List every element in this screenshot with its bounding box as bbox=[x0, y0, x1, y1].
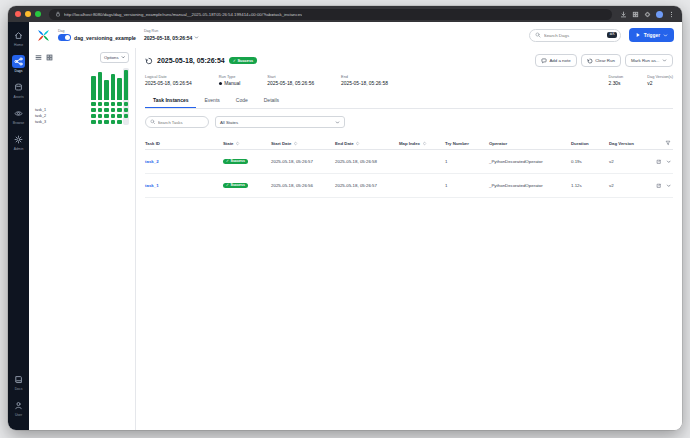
trigger-dag-button[interactable]: Trigger bbox=[629, 28, 674, 42]
apps-icon[interactable] bbox=[632, 11, 639, 18]
task-instance-square[interactable] bbox=[104, 114, 109, 119]
task-instance-square[interactable] bbox=[91, 120, 96, 125]
task-instance-square[interactable] bbox=[111, 108, 116, 113]
open-task-icon[interactable] bbox=[656, 159, 662, 165]
search-icon bbox=[535, 32, 541, 38]
clear-run-button[interactable]: Clear Run bbox=[581, 54, 621, 67]
table-row[interactable]: task_2 ✓Success 2025-05-18, 05:26:57 202… bbox=[145, 150, 673, 174]
run-column[interactable] bbox=[97, 68, 103, 125]
download-icon[interactable] bbox=[620, 11, 627, 18]
task-instance-square[interactable] bbox=[98, 120, 103, 125]
dag-run-square[interactable] bbox=[91, 102, 96, 107]
task-id-link[interactable]: task_1 bbox=[145, 183, 223, 188]
state-filter-select[interactable]: All States bbox=[215, 116, 345, 128]
address-bar[interactable]: http://localhost:8080/dags/dag_versionin… bbox=[49, 9, 612, 20]
sort-icon bbox=[293, 141, 298, 146]
field-dag-versions: Dag Version(s) v2 bbox=[647, 74, 673, 86]
task-id-link[interactable]: task_2 bbox=[145, 159, 223, 164]
state-cell: ✓Success bbox=[223, 159, 271, 165]
field-logical-date: Logical Date 2025-05-18, 05:26:54 bbox=[145, 74, 192, 86]
column-operator[interactable]: Operator bbox=[489, 141, 571, 146]
mark-run-as-button[interactable]: Mark Run as... bbox=[625, 54, 673, 67]
column-dag-version[interactable]: Dag Version bbox=[609, 141, 653, 146]
profile-avatar[interactable] bbox=[656, 11, 663, 18]
search-tasks-box[interactable] bbox=[145, 116, 209, 128]
close-window-button[interactable] bbox=[15, 11, 21, 17]
run-column[interactable] bbox=[91, 68, 97, 125]
dag-name[interactable]: dag_versioning_example bbox=[74, 35, 136, 41]
task-instance-square[interactable] bbox=[117, 114, 122, 119]
dag-run-selector[interactable]: 2025-05-18, 05:26:54 bbox=[144, 35, 199, 41]
column-label: State bbox=[223, 141, 234, 146]
tab-task-instances[interactable]: Task Instances bbox=[145, 94, 196, 108]
task-instance-square[interactable] bbox=[104, 120, 109, 125]
column-end-date[interactable]: End Date bbox=[335, 141, 399, 146]
maximize-window-button[interactable] bbox=[35, 11, 41, 17]
run-duration-bar[interactable] bbox=[104, 80, 109, 100]
task-instance-square[interactable] bbox=[91, 108, 96, 113]
task-instance-square[interactable] bbox=[91, 114, 96, 119]
run-column[interactable] bbox=[123, 68, 129, 125]
field-value: v2 bbox=[647, 81, 673, 86]
sidebar-item-admin[interactable]: Admin bbox=[12, 133, 25, 151]
grid-task-label[interactable]: task_3 bbox=[35, 119, 91, 125]
run-column[interactable] bbox=[110, 68, 116, 125]
tab-events[interactable]: Events bbox=[196, 94, 227, 108]
row-expand-icon[interactable] bbox=[666, 183, 672, 189]
run-duration-bar[interactable] bbox=[111, 74, 116, 100]
browser-menu-icon[interactable] bbox=[668, 11, 675, 18]
column-label: Map Index bbox=[399, 141, 420, 146]
column-filter[interactable] bbox=[653, 140, 673, 146]
grid-view-icon[interactable] bbox=[46, 54, 53, 61]
dag-run-square[interactable] bbox=[104, 102, 109, 107]
task-instance-square[interactable] bbox=[98, 108, 103, 113]
dag-run-square[interactable] bbox=[124, 102, 129, 107]
column-task-id[interactable]: Task ID bbox=[145, 141, 223, 146]
column-state[interactable]: State bbox=[223, 141, 271, 146]
column-try-number[interactable]: Try Number bbox=[445, 141, 489, 146]
panel-collapse-icon[interactable] bbox=[35, 54, 42, 61]
sidebar-item-dags[interactable]: Dags bbox=[12, 55, 25, 73]
search-dags-box[interactable]: ⌘K bbox=[529, 29, 621, 42]
task-instance-square[interactable] bbox=[124, 114, 129, 119]
column-start-date[interactable]: Start Date bbox=[271, 141, 335, 146]
column-label: Start Date bbox=[271, 141, 291, 146]
row-expand-icon[interactable] bbox=[666, 159, 672, 165]
dag-run-square[interactable] bbox=[111, 102, 116, 107]
sidebar-item-user[interactable]: User bbox=[12, 399, 25, 417]
sidebar-item-assets[interactable]: Assets bbox=[12, 81, 25, 99]
add-note-button[interactable]: Add a note bbox=[535, 54, 577, 67]
task-instance-square[interactable] bbox=[111, 120, 116, 125]
tab-details[interactable]: Details bbox=[256, 94, 287, 108]
dag-pause-toggle[interactable] bbox=[58, 34, 71, 41]
run-column[interactable] bbox=[104, 68, 110, 125]
sidebar-item-browse[interactable]: Browse bbox=[12, 107, 25, 125]
run-duration-bar[interactable] bbox=[124, 70, 129, 100]
run-duration-bar[interactable] bbox=[117, 78, 122, 100]
search-tasks-input[interactable] bbox=[158, 120, 205, 125]
task-instance-square[interactable] bbox=[98, 114, 103, 119]
run-duration-bar[interactable] bbox=[91, 76, 96, 100]
sidebar-item-home[interactable]: Home bbox=[12, 29, 25, 47]
run-duration-bar[interactable] bbox=[98, 72, 103, 100]
column-map-index[interactable]: Map Index bbox=[399, 141, 445, 146]
field-label: Logical Date bbox=[145, 74, 192, 79]
extensions-icon[interactable] bbox=[644, 11, 651, 18]
open-task-icon[interactable] bbox=[656, 183, 662, 189]
task-instance-square[interactable] bbox=[117, 108, 122, 113]
sidebar-item-docs[interactable]: Docs bbox=[12, 373, 25, 391]
column-duration[interactable]: Duration bbox=[571, 141, 609, 146]
search-dags-input[interactable] bbox=[544, 33, 605, 38]
task-instance-square[interactable] bbox=[104, 108, 109, 113]
tab-code[interactable]: Code bbox=[228, 94, 256, 108]
dag-run-square[interactable] bbox=[117, 102, 122, 107]
table-row[interactable]: task_1 ✓Success 2025-05-18, 05:26:56 202… bbox=[145, 174, 673, 198]
dag-run-square[interactable] bbox=[98, 102, 103, 107]
task-instance-square[interactable] bbox=[124, 108, 129, 113]
grid-options-button[interactable]: Options bbox=[100, 52, 129, 63]
minimize-window-button[interactable] bbox=[25, 11, 31, 17]
run-column[interactable] bbox=[117, 68, 123, 125]
task-instance-square[interactable] bbox=[117, 120, 122, 125]
sidebar-item-label: Home bbox=[14, 43, 23, 47]
task-instance-square[interactable] bbox=[111, 114, 116, 119]
